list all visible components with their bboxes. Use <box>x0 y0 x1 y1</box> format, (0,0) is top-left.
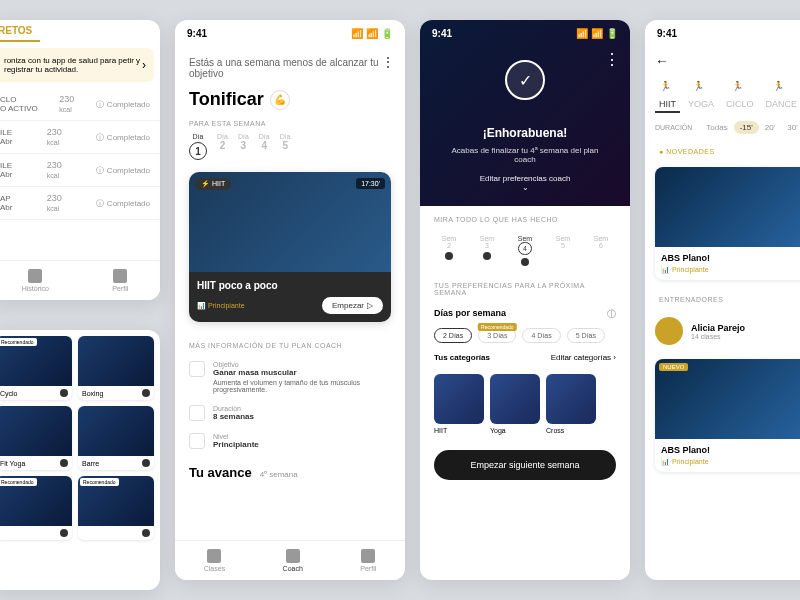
edit-prefs-link[interactable]: Editar preferencias coach⌄ <box>434 174 616 192</box>
categories-header: Tus categorías Editar categorías › <box>420 347 630 368</box>
activity-icon: 🏃 <box>732 81 748 97</box>
grid-thumb <box>78 336 154 386</box>
workout-image: ⚡ HIIT 17:30' <box>189 172 391 272</box>
info-item: Duración8 semanas <box>175 399 405 427</box>
section-trainers: ENTRENADORES <box>645 286 800 309</box>
activity-icon: 🏃 <box>773 81 789 97</box>
grid-item[interactable]: Barre <box>78 406 154 470</box>
tab-HIIT[interactable]: 🏃HIIT <box>655 79 680 113</box>
activity-row: CLOO ACTIVO230kcalⓘCompletado <box>0 88 160 121</box>
status-bar: 9:41 <box>645 20 800 47</box>
video-thumb: NUEVO 17:30 <box>655 359 800 439</box>
more-icon[interactable]: ⋮ <box>604 50 620 69</box>
video-card-2[interactable]: NUEVO 17:30 ABS Plano! 📊 Principiante23 … <box>655 359 800 472</box>
day-2[interactable]: Día2 <box>217 133 228 162</box>
phone-tonificar: 9:41📶 📶 🔋 ⋮ Estás a una semana menos de … <box>175 20 405 580</box>
info-item: ObjetivoGanar masa muscularAumenta el vo… <box>175 355 405 399</box>
workout-level: 📊 Principiante <box>197 302 245 310</box>
dur-20'[interactable]: 20' <box>759 121 781 134</box>
days-pill-3[interactable]: Recomendado3 Días <box>478 328 516 343</box>
info-icon <box>189 405 205 421</box>
nav-perfil[interactable]: Perfil <box>112 269 128 292</box>
grid-item[interactable]: Recomendado <box>0 476 72 540</box>
congrats-hero: 9:41📶 📶 🔋 ⋮ ✓ ¡Enhorabuena! Acabas de fi… <box>420 20 630 206</box>
workout-tag: ⚡ HIIT <box>195 178 231 190</box>
check-icon <box>60 459 68 467</box>
days-pill-2[interactable]: 2 Días <box>434 328 472 343</box>
video-card-1[interactable]: 17:30 ABS Plano! 📊 Principiante23 · Abri… <box>655 167 800 280</box>
bottom-nav: Clases Coach Perfil <box>175 540 405 580</box>
more-icon[interactable]: ⋮ <box>381 54 395 70</box>
week-4[interactable]: Sem4 <box>518 235 532 266</box>
section-news: ● NOVEDADES <box>645 138 800 161</box>
activity-row: ILEAbr230kcalⓘCompletado <box>0 121 160 154</box>
info-icon[interactable]: ⓘ <box>607 308 616 321</box>
phone-grid: RecomendadoCycloBoxingFit YogaBarreRecom… <box>0 330 160 590</box>
workout-card[interactable]: ⚡ HIIT 17:30' HIIT poco a poco 📊 Princip… <box>189 172 391 322</box>
sync-banner[interactable]: roniza con tu app de salud para petir y … <box>0 48 154 82</box>
grid-item[interactable]: Recomendado <box>78 476 154 540</box>
week-6[interactable]: Sem6 <box>594 235 608 249</box>
congrats-title: ¡Enhorabuena! <box>434 126 616 140</box>
section-week: PARA ESTA SEMANA <box>175 110 405 133</box>
category-Cross[interactable]: Cross <box>546 374 596 434</box>
tab-CICLO[interactable]: 🏃CICLO <box>722 79 758 113</box>
start-button[interactable]: Empezar ▷ <box>322 297 383 314</box>
tab-retos[interactable]: RETOS <box>0 21 40 42</box>
day-4[interactable]: Día4 <box>259 133 270 162</box>
workout-duration: 17:30' <box>356 178 385 189</box>
day-pills: 2 DíasRecomendado3 Días4 Días5 Días <box>420 324 630 347</box>
category-thumb <box>546 374 596 424</box>
grid-item[interactable]: Fit Yoga <box>0 406 72 470</box>
dur-Todas[interactable]: Todas <box>700 121 733 134</box>
dur-30'[interactable]: 30' <box>781 121 800 134</box>
category-row: HIITYogaCross <box>420 368 630 440</box>
week-3[interactable]: Sem3 <box>480 235 494 260</box>
pref-days-title: Días por semana ⓘ <box>420 302 630 324</box>
nav-perfil[interactable]: Perfil <box>360 549 376 572</box>
video-thumb: 17:30 <box>655 167 800 247</box>
workout-title: HIIT poco a poco <box>197 280 383 291</box>
activity-row: APAbr230kcalⓘCompletado <box>0 187 160 220</box>
grid-item[interactable]: RecomendadoCyclo <box>0 336 72 400</box>
days-pill-4[interactable]: 4 Días <box>522 328 560 343</box>
dur--15'[interactable]: -15' <box>734 121 759 134</box>
info-icon <box>189 433 205 449</box>
status-bar: 9:41📶 📶 🔋 <box>175 20 405 47</box>
intro-text: Estás a una semana menos de alcanzar tu … <box>175 47 405 89</box>
chevron-right-icon: › <box>142 58 146 72</box>
category-Yoga[interactable]: Yoga <box>490 374 540 434</box>
check-icon <box>521 258 529 266</box>
tab-DANCE[interactable]: 🏃DANCE <box>762 79 800 113</box>
check-icon <box>60 389 68 397</box>
trainer-avatar <box>655 317 683 345</box>
grid-thumb <box>78 406 154 456</box>
start-week-button[interactable]: Empezar siguiente semana <box>434 450 616 480</box>
nav-coach[interactable]: Coach <box>283 549 303 572</box>
week-2[interactable]: Sem2 <box>442 235 456 260</box>
category-HIIT[interactable]: HIIT <box>434 374 484 434</box>
days-pill-5[interactable]: 5 Días <box>567 328 605 343</box>
phone-retos: RETOS roniza con tu app de salud para pe… <box>0 20 160 300</box>
info-icon <box>189 361 205 377</box>
activity-icon: 🏃 <box>660 81 676 97</box>
day-5[interactable]: Día5 <box>280 133 291 162</box>
day-1[interactable]: Día1 <box>189 133 207 162</box>
edit-categories-link[interactable]: Editar categorías › <box>551 353 616 362</box>
laurel-icon: ✓ <box>485 60 565 120</box>
duration-row: DURACIÓN Todas-15'20'30' <box>645 117 800 138</box>
nav-clases[interactable]: Clases <box>204 549 225 572</box>
check-icon: ⓘ <box>96 165 104 176</box>
tab-YOGA[interactable]: 🏃YOGA <box>684 79 718 113</box>
category-tabs: 🏃HIIT🏃YOGA🏃CICLO🏃DANCE🏃BOXING <box>645 75 800 117</box>
week-5[interactable]: Sem5 <box>556 235 570 249</box>
day-3[interactable]: Día3 <box>238 133 249 162</box>
check-icon <box>142 459 150 467</box>
trainer-row[interactable]: Alicia Parejo14 clases <box>645 309 800 353</box>
classes-icon <box>207 549 221 563</box>
back-button[interactable]: ← <box>645 47 800 75</box>
check-icon <box>60 529 68 537</box>
nav-historico[interactable]: Histórico <box>22 269 49 292</box>
grid-item[interactable]: Boxing <box>78 336 154 400</box>
banner-text: roniza con tu app de salud para petir y … <box>4 56 142 74</box>
